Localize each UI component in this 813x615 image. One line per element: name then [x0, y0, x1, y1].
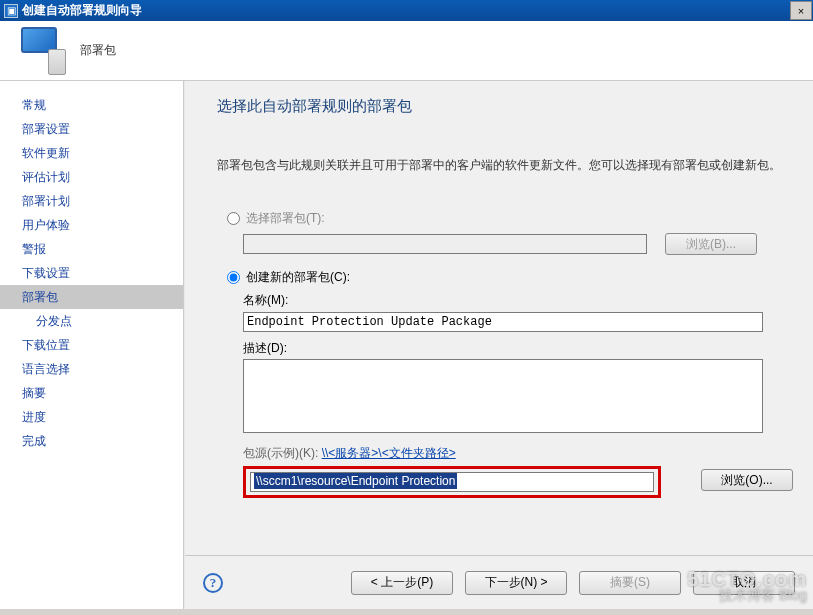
- radio-create-new[interactable]: [227, 271, 240, 284]
- sidebar-item-general[interactable]: 常规: [0, 93, 183, 117]
- radio-create-new-label: 创建新的部署包(C):: [246, 269, 350, 286]
- radio-select-existing[interactable]: [227, 212, 240, 225]
- page-description: 部署包包含与此规则关联并且可用于部署中的客户端的软件更新文件。您可以选择现有部署…: [217, 156, 793, 174]
- source-input[interactable]: \\sccm1\resource\Endpoint Protection: [250, 472, 654, 492]
- computer-icon: [18, 27, 66, 75]
- sidebar-item-software-update[interactable]: 软件更新: [0, 141, 183, 165]
- close-icon: ×: [798, 5, 804, 17]
- sidebar-item-alerts[interactable]: 警报: [0, 237, 183, 261]
- window-title: 创建自动部署规则向导: [22, 2, 790, 19]
- sidebar-item-complete[interactable]: 完成: [0, 429, 183, 453]
- page-title: 选择此自动部署规则的部署包: [217, 97, 793, 116]
- name-input[interactable]: [243, 312, 763, 332]
- window-icon: ▣: [4, 4, 18, 18]
- header: 部署包: [0, 21, 813, 81]
- source-highlight-box: \\sccm1\resource\Endpoint Protection: [243, 466, 661, 498]
- sidebar-item-distribution-points[interactable]: 分发点: [0, 309, 183, 333]
- sidebar-item-progress[interactable]: 进度: [0, 405, 183, 429]
- sidebar-item-download-location[interactable]: 下载位置: [0, 333, 183, 357]
- sidebar-item-user-experience[interactable]: 用户体验: [0, 213, 183, 237]
- browse-source-button[interactable]: 浏览(O)...: [701, 469, 793, 491]
- sidebar-item-package[interactable]: 部署包: [0, 285, 183, 309]
- summary-button: 摘要(S): [579, 571, 681, 595]
- sidebar-item-eval-schedule[interactable]: 评估计划: [0, 165, 183, 189]
- sidebar-item-summary[interactable]: 摘要: [0, 381, 183, 405]
- browse-existing-button: 浏览(B)...: [665, 233, 757, 255]
- prev-button[interactable]: < 上一步(P): [351, 571, 453, 595]
- radio-select-existing-label: 选择部署包(T):: [246, 210, 325, 227]
- bottom-border: [0, 609, 813, 615]
- main: 常规 部署设置 软件更新 评估计划 部署计划 用户体验 警报 下载设置 部署包 …: [0, 81, 813, 609]
- source-example-label: 包源(示例)(K): \\<服务器>\<文件夹路径>: [243, 445, 793, 462]
- content: 选择此自动部署规则的部署包 部署包包含与此规则关联并且可用于部署中的客户端的软件…: [184, 81, 813, 609]
- cancel-button[interactable]: 取消: [693, 571, 795, 595]
- name-label: 名称(M):: [243, 292, 793, 309]
- header-label: 部署包: [80, 42, 116, 59]
- titlebar: ▣ 创建自动部署规则向导 ×: [0, 0, 813, 21]
- button-bar: ? < 上一步(P) 下一步(N) > 摘要(S) 取消: [185, 555, 813, 609]
- desc-label: 描述(D):: [243, 340, 793, 357]
- close-button[interactable]: ×: [790, 1, 812, 20]
- sidebar-item-deploy-settings[interactable]: 部署设置: [0, 117, 183, 141]
- help-icon[interactable]: ?: [203, 573, 223, 593]
- sidebar: 常规 部署设置 软件更新 评估计划 部署计划 用户体验 警报 下载设置 部署包 …: [0, 81, 184, 609]
- existing-package-input: [243, 234, 647, 254]
- sidebar-item-download-settings[interactable]: 下载设置: [0, 261, 183, 285]
- next-button[interactable]: 下一步(N) >: [465, 571, 567, 595]
- source-example-link: \\<服务器>\<文件夹路径>: [322, 446, 456, 460]
- sidebar-item-deploy-schedule[interactable]: 部署计划: [0, 189, 183, 213]
- sidebar-item-language[interactable]: 语言选择: [0, 357, 183, 381]
- description-textarea[interactable]: [243, 359, 763, 433]
